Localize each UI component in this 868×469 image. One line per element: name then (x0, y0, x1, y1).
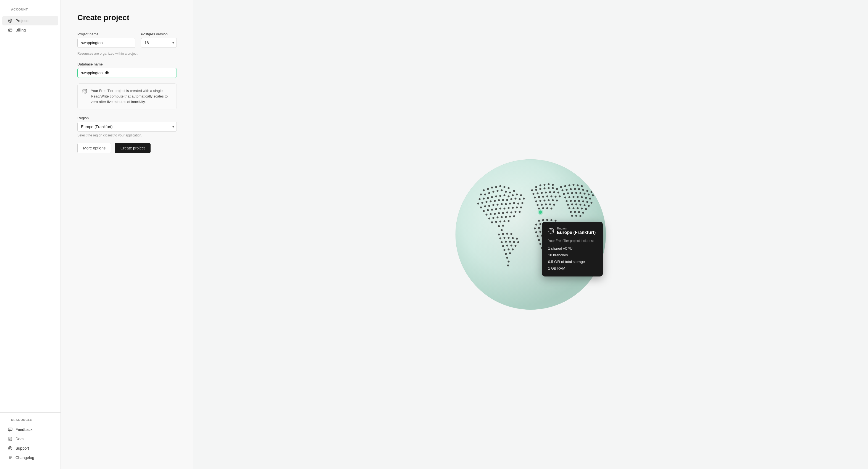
tooltip-tier-label: Your Free Tier project includes: (548, 239, 597, 243)
svg-point-24 (9, 459, 10, 459)
resources-section-label: RESOURCES (5, 418, 38, 424)
svg-point-23 (9, 458, 10, 458)
postgres-version-group: Postgres version 14 15 16 ▾ (141, 32, 177, 48)
tooltip-header: Region Europe (Frankfurt) (548, 227, 597, 235)
region-hint: Select the region closest to your applic… (78, 133, 177, 137)
sidebar-item-changelog[interactable]: Changelog (2, 453, 58, 462)
tooltip-region-info: Region Europe (Frankfurt) (557, 227, 596, 235)
location-dot (539, 211, 542, 214)
main-content: Create project Project name Postgres ver… (61, 0, 868, 469)
form-buttons: More options Create project (78, 143, 177, 153)
tooltip-features-list: 1 shared vCPU 10 branches 0.5 GiB of tot… (548, 246, 597, 272)
feedback-icon (8, 427, 13, 432)
postgres-select-wrapper: 14 15 16 ▾ (141, 38, 177, 48)
billing-icon (8, 28, 13, 33)
svg-point-22 (9, 457, 10, 457)
svg-point-1 (10, 20, 11, 22)
sidebar-item-support[interactable]: Support (2, 444, 58, 453)
info-box-text: Your Free Tier project is created with a… (91, 88, 172, 105)
svg-rect-29 (84, 90, 86, 92)
sidebar-item-projects[interactable]: Projects (2, 16, 58, 25)
tooltip-feature-storage: 0.5 GiB of total storage (548, 259, 597, 265)
info-box: Your Free Tier project is created with a… (78, 84, 177, 110)
tooltip-feature-vcpu: 1 shared vCPU (548, 246, 597, 252)
tooltip-feature-ram: 1 GB RAM (548, 265, 597, 272)
project-name-input[interactable] (78, 38, 135, 48)
tooltip-region-label: Region (557, 227, 596, 230)
support-icon (8, 446, 13, 451)
region-select[interactable]: Europe (Frankfurt) US East (N. Virginia)… (78, 122, 177, 132)
sidebar-item-changelog-label: Changelog (16, 456, 34, 460)
more-options-button[interactable]: More options (78, 143, 111, 153)
projects-icon (8, 18, 13, 23)
sidebar-item-feedback[interactable]: Feedback (2, 425, 58, 434)
postgres-version-label: Postgres version (141, 32, 177, 36)
project-name-hint: Resources are organized within a project… (78, 52, 177, 56)
page-title: Create project (78, 13, 177, 22)
svg-rect-304 (550, 230, 552, 232)
sidebar-item-feedback-label: Feedback (16, 427, 32, 432)
tooltip-cpu-icon (548, 228, 554, 234)
create-project-button[interactable]: Create project (115, 143, 151, 153)
tooltip-region-name: Europe (Frankfurt) (557, 230, 596, 235)
region-label: Region (78, 116, 177, 120)
svg-point-9 (9, 429, 10, 430)
svg-point-10 (10, 429, 10, 430)
svg-point-11 (11, 429, 11, 430)
db-name-input[interactable] (78, 68, 177, 78)
db-name-label: Database name (78, 62, 177, 66)
docs-icon (8, 436, 13, 441)
project-name-group: Project name (78, 32, 135, 48)
postgres-version-select[interactable]: 14 15 16 (141, 38, 177, 48)
globe-container: Region Europe (Frankfurt) Your Free Tier… (451, 154, 611, 315)
info-cpu-icon (82, 88, 88, 94)
region-group: Region Europe (Frankfurt) US East (N. Vi… (78, 116, 177, 137)
svg-point-17 (10, 448, 11, 449)
globe-area: Region Europe (Frankfurt) Your Free Tier… (193, 0, 868, 469)
sidebar-item-billing[interactable]: Billing (2, 25, 58, 35)
project-name-label: Project name (78, 32, 135, 36)
sidebar-item-docs-label: Docs (16, 437, 24, 441)
region-tooltip: Region Europe (Frankfurt) Your Free Tier… (542, 222, 603, 277)
sidebar-item-support-label: Support (16, 446, 29, 450)
create-project-form: Create project Project name Postgres ver… (61, 0, 193, 469)
region-select-wrapper: Europe (Frankfurt) US East (N. Virginia)… (78, 122, 177, 132)
top-field-row: Project name Postgres version 14 15 16 ▾ (78, 32, 177, 53)
svg-rect-8 (9, 30, 10, 31)
svg-rect-28 (83, 89, 87, 93)
sidebar: ACCOUNT Projects Billing RE (0, 0, 61, 469)
sidebar-item-docs[interactable]: Docs (2, 434, 58, 444)
svg-rect-6 (8, 29, 12, 31)
svg-rect-303 (549, 229, 553, 233)
db-name-group: Database name (78, 62, 177, 78)
tooltip-feature-branches: 10 branches (548, 252, 597, 258)
sidebar-item-billing-label: Billing (16, 28, 26, 32)
sidebar-item-projects-label: Projects (16, 19, 30, 23)
changelog-icon (8, 455, 13, 460)
account-section-label: ACCOUNT (5, 8, 33, 13)
